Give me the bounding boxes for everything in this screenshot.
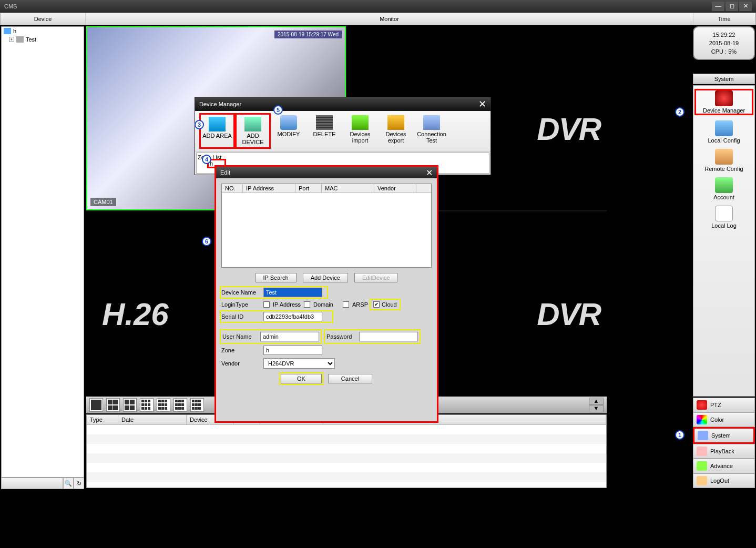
- username-input[interactable]: [260, 332, 319, 341]
- maximize-button[interactable]: ◻: [726, 2, 738, 11]
- left-bottom-bar: 🔍 ↻: [1, 478, 84, 489]
- clock: 15:29:22: [696, 31, 752, 39]
- arsp-checkbox[interactable]: [343, 301, 349, 308]
- zone-input[interactable]: [263, 346, 322, 355]
- credentials-row: User Name Password: [221, 331, 432, 342]
- add-device-button[interactable]: ADD DEVICE: [235, 113, 271, 149]
- local-log-button[interactable]: Local Log: [694, 206, 753, 229]
- dm-titlebar: Device Manager ✕: [195, 97, 491, 111]
- layout-6-button[interactable]: [123, 398, 137, 412]
- device-manager-button[interactable]: Device Manager: [694, 89, 753, 115]
- logout-icon: [697, 476, 707, 485]
- local-config-button[interactable]: Local Config: [694, 120, 753, 144]
- search-icon[interactable]: 🔍: [63, 478, 74, 489]
- edit-close-button[interactable]: ✕: [426, 168, 433, 178]
- tree-child[interactable]: + Test: [2, 35, 84, 44]
- add-area-button[interactable]: ADD AREA: [199, 113, 235, 149]
- local-config-icon: [715, 120, 733, 136]
- tree-root-label: h: [13, 28, 16, 34]
- modify-button[interactable]: MODIFY: [271, 113, 307, 149]
- password-label: Password: [326, 333, 356, 340]
- remote-config-button[interactable]: Remote Config: [694, 149, 753, 172]
- local-config-label: Local Config: [694, 137, 753, 144]
- serial-id-input[interactable]: [263, 312, 322, 321]
- ptz-icon: [697, 400, 707, 410]
- callout-3: 3: [195, 120, 204, 129]
- ip-checkbox[interactable]: [263, 301, 270, 308]
- tab-system[interactable]: System: [693, 427, 755, 444]
- search-input-slot[interactable]: [1, 478, 63, 489]
- header-device: Device: [1, 13, 86, 25]
- ip-search-button[interactable]: IP Search: [256, 273, 297, 282]
- device-name-row: Device Name: [221, 288, 326, 297]
- device-manager-label: Device Manager: [696, 107, 752, 114]
- device-manager-dialog: Device Manager ✕ ADD AREA ADD DEVICE MOD…: [195, 97, 491, 175]
- search-button-row: IP Search Add Device EditDevice: [221, 273, 432, 282]
- layout-36-button[interactable]: [190, 398, 204, 412]
- import-button[interactable]: Devices import: [342, 113, 378, 149]
- account-label: Account: [694, 194, 753, 200]
- account-icon: [715, 177, 733, 193]
- search-table-header: NO. IP Address Port MAC Vendor: [222, 184, 431, 193]
- edit-title: Edit: [220, 169, 230, 176]
- close-button[interactable]: ✕: [739, 2, 752, 11]
- callout-2: 2: [675, 107, 685, 117]
- add-area-icon: [209, 117, 226, 131]
- edit-dialog: Edit ✕ NO. IP Address Port MAC Vendor IP…: [214, 165, 438, 423]
- app-titlebar: CMS — ◻ ✕: [0, 0, 756, 13]
- color-icon: [697, 415, 707, 424]
- edit-body: NO. IP Address Port MAC Vendor IP Search…: [216, 178, 437, 394]
- tab-advance[interactable]: Advance: [693, 459, 755, 473]
- account-button[interactable]: Account: [694, 177, 753, 200]
- password-group: Password: [325, 331, 419, 342]
- local-log-label: Local Log: [694, 222, 753, 229]
- cloud-checkbox[interactable]: ✔: [373, 301, 380, 308]
- log-col-date: Date: [118, 415, 187, 424]
- camera-label: CAM01: [90, 198, 116, 206]
- export-button[interactable]: Devices export: [378, 113, 414, 149]
- layout-9-button[interactable]: [140, 398, 154, 412]
- vendor-select[interactable]: H264DVR: [263, 358, 335, 369]
- device-manager-icon: [715, 90, 733, 106]
- date: 2015-08-19: [696, 39, 752, 47]
- domain-checkbox[interactable]: [304, 301, 310, 308]
- zone-row: Zone: [221, 346, 432, 355]
- minimize-button[interactable]: —: [712, 2, 724, 11]
- connection-icon: [423, 115, 440, 130]
- cloud-option: ✔Cloud: [371, 300, 399, 309]
- cancel-button[interactable]: Cancel: [328, 374, 372, 383]
- tree-root[interactable]: h: [2, 27, 84, 35]
- username-label: User Name: [222, 333, 257, 340]
- dm-close-button[interactable]: ✕: [478, 98, 486, 110]
- layout-25-button[interactable]: [173, 398, 187, 412]
- right-tabs: PTZ Color System PlayBack Advance LogOut: [693, 398, 755, 488]
- page-up-button[interactable]: ▲: [589, 398, 604, 405]
- ok-button[interactable]: OK: [281, 374, 322, 383]
- delete-button[interactable]: DELETE: [307, 113, 342, 149]
- layout-16-button[interactable]: [157, 398, 170, 412]
- password-input[interactable]: [359, 332, 418, 341]
- tab-ptz[interactable]: PTZ: [693, 398, 755, 412]
- device-name-input[interactable]: [263, 288, 322, 297]
- layout-4-button[interactable]: [106, 398, 120, 412]
- cpu-usage: CPU : 5%: [696, 47, 752, 56]
- log-table: Type Date Device Chan... User Describe: [86, 414, 607, 488]
- page-arrows: ▲ ▼: [589, 398, 604, 412]
- remote-config-label: Remote Config: [694, 166, 753, 172]
- add-device-button-2[interactable]: Add Device: [303, 273, 348, 282]
- header-row: Device Monitor Time: [0, 13, 756, 25]
- local-log-icon: [715, 206, 733, 221]
- page-down-button[interactable]: ▼: [589, 405, 604, 412]
- refresh-icon[interactable]: ↻: [74, 478, 84, 489]
- connection-test-button[interactable]: Connection Test: [414, 113, 449, 149]
- expand-icon[interactable]: +: [9, 37, 14, 42]
- folder-icon: [4, 28, 11, 34]
- modify-icon: [280, 115, 297, 130]
- tree-child-label: Test: [26, 36, 36, 43]
- layout-1-button[interactable]: [89, 398, 103, 412]
- tab-color[interactable]: Color: [693, 412, 755, 427]
- zone-list-node[interactable]: Zone List: [198, 154, 488, 160]
- username-group: User Name: [221, 331, 320, 342]
- tab-logout[interactable]: LogOut: [693, 473, 755, 488]
- tab-playback[interactable]: PlayBack: [693, 444, 755, 459]
